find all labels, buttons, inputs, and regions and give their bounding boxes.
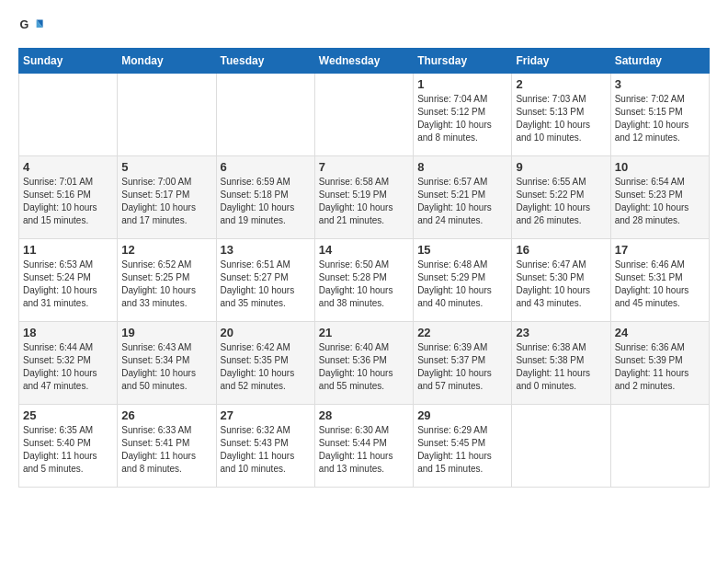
day-info: Sunrise: 6:33 AM Sunset: 5:41 PM Dayligh… xyxy=(121,424,211,476)
calendar-cell xyxy=(610,405,709,488)
calendar-cell: 19Sunrise: 6:43 AM Sunset: 5:34 PM Dayli… xyxy=(118,322,216,405)
day-number: 28 xyxy=(319,408,409,422)
day-info: Sunrise: 6:42 AM Sunset: 5:35 PM Dayligh… xyxy=(221,341,311,393)
day-number: 12 xyxy=(121,243,211,257)
calendar-cell: 12Sunrise: 6:52 AM Sunset: 5:25 PM Dayli… xyxy=(118,239,216,322)
calendar-cell: 2Sunrise: 7:03 AM Sunset: 5:13 PM Daylig… xyxy=(512,74,610,156)
day-number: 20 xyxy=(221,326,311,339)
day-info: Sunrise: 6:30 AM Sunset: 5:44 PM Dayligh… xyxy=(319,424,409,476)
day-number: 26 xyxy=(121,408,211,422)
calendar-week-row: 1Sunrise: 7:04 AM Sunset: 5:12 PM Daylig… xyxy=(19,74,710,156)
day-number: 6 xyxy=(221,160,311,174)
day-number: 11 xyxy=(23,243,113,257)
day-number: 24 xyxy=(615,326,705,339)
calendar-week-row: 25Sunrise: 6:35 AM Sunset: 5:40 PM Dayli… xyxy=(19,405,710,488)
calendar-header: SundayMondayTuesdayWednesdayThursdayFrid… xyxy=(19,49,710,74)
calendar-cell: 13Sunrise: 6:51 AM Sunset: 5:27 PM Dayli… xyxy=(216,239,314,322)
calendar-cell: 22Sunrise: 6:39 AM Sunset: 5:37 PM Dayli… xyxy=(414,322,512,405)
day-info: Sunrise: 7:01 AM Sunset: 5:16 PM Dayligh… xyxy=(23,176,113,227)
calendar-cell: 10Sunrise: 6:54 AM Sunset: 5:23 PM Dayli… xyxy=(610,156,709,239)
calendar-cell: 21Sunrise: 6:40 AM Sunset: 5:36 PM Dayli… xyxy=(314,322,413,405)
day-number: 21 xyxy=(319,326,409,339)
day-info: Sunrise: 6:50 AM Sunset: 5:28 PM Dayligh… xyxy=(319,259,409,310)
day-info: Sunrise: 6:54 AM Sunset: 5:23 PM Dayligh… xyxy=(615,176,705,227)
day-number: 5 xyxy=(121,160,211,174)
calendar-cell: 25Sunrise: 6:35 AM Sunset: 5:40 PM Dayli… xyxy=(19,405,118,488)
calendar-cell: 14Sunrise: 6:50 AM Sunset: 5:28 PM Dayli… xyxy=(314,239,413,322)
day-info: Sunrise: 6:57 AM Sunset: 5:21 PM Dayligh… xyxy=(417,176,507,227)
weekday-header-thursday: Thursday xyxy=(414,49,512,74)
calendar-cell: 8Sunrise: 6:57 AM Sunset: 5:21 PM Daylig… xyxy=(414,156,512,239)
day-number: 8 xyxy=(417,160,507,174)
weekday-header-sunday: Sunday xyxy=(19,49,118,74)
day-number: 29 xyxy=(417,408,507,422)
day-info: Sunrise: 7:04 AM Sunset: 5:12 PM Dayligh… xyxy=(417,93,507,144)
day-number: 25 xyxy=(23,408,113,422)
calendar-cell: 27Sunrise: 6:32 AM Sunset: 5:43 PM Dayli… xyxy=(216,405,314,488)
calendar-cell: 11Sunrise: 6:53 AM Sunset: 5:24 PM Dayli… xyxy=(19,239,118,322)
day-number: 22 xyxy=(417,326,507,339)
day-number: 7 xyxy=(319,160,409,174)
calendar-cell: 24Sunrise: 6:36 AM Sunset: 5:39 PM Dayli… xyxy=(610,322,709,405)
day-number: 2 xyxy=(516,77,606,91)
day-number: 27 xyxy=(221,408,311,422)
weekday-header-saturday: Saturday xyxy=(610,49,709,74)
day-number: 16 xyxy=(516,243,606,257)
logo: G xyxy=(18,15,48,40)
weekday-header-friday: Friday xyxy=(512,49,610,74)
calendar-cell: 4Sunrise: 7:01 AM Sunset: 5:16 PM Daylig… xyxy=(19,156,118,239)
day-number: 9 xyxy=(516,160,606,174)
day-info: Sunrise: 6:36 AM Sunset: 5:39 PM Dayligh… xyxy=(615,341,705,393)
calendar-cell: 3Sunrise: 7:02 AM Sunset: 5:15 PM Daylig… xyxy=(610,74,709,156)
calendar-cell: 29Sunrise: 6:29 AM Sunset: 5:45 PM Dayli… xyxy=(414,405,512,488)
day-info: Sunrise: 6:35 AM Sunset: 5:40 PM Dayligh… xyxy=(23,424,113,476)
day-number: 14 xyxy=(319,243,409,257)
day-info: Sunrise: 6:48 AM Sunset: 5:29 PM Dayligh… xyxy=(417,259,507,310)
calendar-cell xyxy=(216,74,314,156)
day-info: Sunrise: 6:59 AM Sunset: 5:18 PM Dayligh… xyxy=(221,176,311,227)
calendar-cell: 23Sunrise: 6:38 AM Sunset: 5:38 PM Dayli… xyxy=(512,322,610,405)
calendar-cell: 28Sunrise: 6:30 AM Sunset: 5:44 PM Dayli… xyxy=(314,405,413,488)
calendar-cell: 1Sunrise: 7:04 AM Sunset: 5:12 PM Daylig… xyxy=(414,74,512,156)
day-info: Sunrise: 7:02 AM Sunset: 5:15 PM Dayligh… xyxy=(615,93,705,144)
day-number: 17 xyxy=(615,243,705,257)
calendar-cell: 16Sunrise: 6:47 AM Sunset: 5:30 PM Dayli… xyxy=(512,239,610,322)
weekday-header-row: SundayMondayTuesdayWednesdayThursdayFrid… xyxy=(19,49,710,74)
day-number: 19 xyxy=(121,326,211,339)
day-info: Sunrise: 6:39 AM Sunset: 5:37 PM Dayligh… xyxy=(417,341,507,393)
day-number: 10 xyxy=(615,160,705,174)
day-number: 4 xyxy=(23,160,113,174)
day-info: Sunrise: 6:32 AM Sunset: 5:43 PM Dayligh… xyxy=(221,424,311,476)
logo-icon: G xyxy=(18,15,44,40)
day-number: 1 xyxy=(417,77,507,91)
calendar-cell xyxy=(314,74,413,156)
day-info: Sunrise: 6:52 AM Sunset: 5:25 PM Dayligh… xyxy=(121,259,211,310)
calendar-cell: 5Sunrise: 7:00 AM Sunset: 5:17 PM Daylig… xyxy=(118,156,216,239)
day-number: 15 xyxy=(417,243,507,257)
calendar-week-row: 18Sunrise: 6:44 AM Sunset: 5:32 PM Dayli… xyxy=(19,322,710,405)
weekday-header-monday: Monday xyxy=(118,49,216,74)
calendar-body: 1Sunrise: 7:04 AM Sunset: 5:12 PM Daylig… xyxy=(19,74,710,488)
calendar-cell: 26Sunrise: 6:33 AM Sunset: 5:41 PM Dayli… xyxy=(118,405,216,488)
calendar-week-row: 11Sunrise: 6:53 AM Sunset: 5:24 PM Dayli… xyxy=(19,239,710,322)
day-info: Sunrise: 6:29 AM Sunset: 5:45 PM Dayligh… xyxy=(417,424,507,476)
day-number: 23 xyxy=(516,326,606,339)
weekday-header-tuesday: Tuesday xyxy=(216,49,314,74)
day-info: Sunrise: 6:38 AM Sunset: 5:38 PM Dayligh… xyxy=(516,341,606,393)
svg-text:G: G xyxy=(19,18,28,31)
calendar-cell: 9Sunrise: 6:55 AM Sunset: 5:22 PM Daylig… xyxy=(512,156,610,239)
calendar-cell: 17Sunrise: 6:46 AM Sunset: 5:31 PM Dayli… xyxy=(610,239,709,322)
day-info: Sunrise: 6:44 AM Sunset: 5:32 PM Dayligh… xyxy=(23,341,113,393)
calendar-cell: 15Sunrise: 6:48 AM Sunset: 5:29 PM Dayli… xyxy=(414,239,512,322)
calendar-cell xyxy=(512,405,610,488)
calendar-cell xyxy=(19,74,118,156)
day-info: Sunrise: 6:58 AM Sunset: 5:19 PM Dayligh… xyxy=(319,176,409,227)
day-number: 18 xyxy=(23,326,113,339)
day-info: Sunrise: 6:47 AM Sunset: 5:30 PM Dayligh… xyxy=(516,259,606,310)
day-info: Sunrise: 7:03 AM Sunset: 5:13 PM Dayligh… xyxy=(516,93,606,144)
header: G xyxy=(18,15,710,40)
calendar-cell xyxy=(118,74,216,156)
day-info: Sunrise: 6:51 AM Sunset: 5:27 PM Dayligh… xyxy=(221,259,311,310)
calendar-cell: 6Sunrise: 6:59 AM Sunset: 5:18 PM Daylig… xyxy=(216,156,314,239)
day-number: 3 xyxy=(615,77,705,91)
